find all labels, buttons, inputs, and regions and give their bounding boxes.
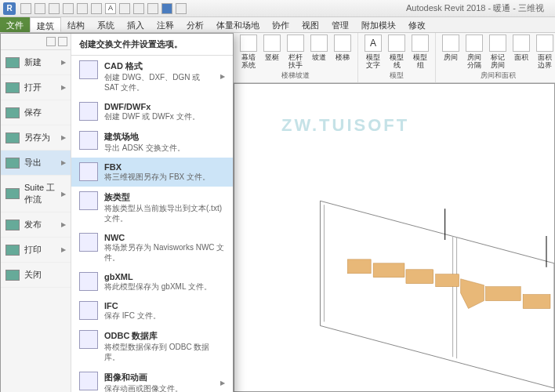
export-item-gbXML[interactable]: gbXML将此模型保存为 gbXML 文件。 (71, 267, 233, 296)
tab-systems[interactable]: 系统 (91, 17, 121, 32)
qat-measure-icon[interactable] (91, 3, 102, 14)
tab-file[interactable]: 文件 (0, 17, 30, 32)
tab-analyze[interactable]: 分析 (180, 17, 210, 32)
export-item-desc: 将此模型保存为 gbXML 文件。 (104, 281, 225, 292)
room-button[interactable]: 房间 (441, 34, 461, 69)
model-group-button[interactable]: 模型组 (410, 34, 430, 69)
qat-3d-icon[interactable] (133, 3, 144, 14)
svg-rect-3 (436, 274, 459, 287)
ramp-button[interactable]: 坡道 (309, 34, 329, 69)
tab-collaborate[interactable]: 协作 (266, 17, 296, 32)
export-format-icon (79, 372, 98, 390)
app-menu-item-保存[interactable]: 保存 (1, 100, 71, 125)
qat-redo-icon[interactable] (63, 3, 74, 14)
model-text-button[interactable]: A模型文字 (363, 34, 383, 69)
ribbon-group-room: 房间 房间分隔 标记房间 面积 面积边界 房间和面积 (436, 33, 555, 82)
export-item-CAD-格式[interactable]: CAD 格式创建 DWG、DXF、DGN 或 SAT 文件。▶ (71, 56, 233, 97)
export-format-icon (79, 191, 98, 210)
menu-item-icon (5, 57, 20, 68)
qat-section-icon[interactable] (119, 3, 130, 14)
chevron-right-icon: ▶ (61, 134, 66, 141)
export-item-title: ODBC 数据库 (104, 330, 225, 342)
menu-item-label: 关闭 (24, 269, 42, 281)
export-panel-header: 创建交换文件并设置选项。 (71, 34, 233, 56)
qat-save-icon[interactable] (34, 3, 45, 14)
export-format-icon (79, 233, 98, 252)
export-item-FBX[interactable]: FBX将三维视图另存为 FBX 文件。 (71, 158, 233, 187)
qat-undo-icon[interactable] (49, 3, 60, 14)
app-menu-left: 新建▶打开▶保存另存为▶导出▶Suite 工作流▶发布▶打印▶关闭 (1, 34, 71, 392)
chevron-right-icon: ▶ (61, 84, 66, 91)
export-item-title: DWF/DWFx (104, 102, 225, 111)
export-format-icon (79, 131, 98, 150)
recent-doc-icon[interactable] (58, 37, 67, 46)
export-item-建筑场地[interactable]: 建筑场地导出 ADSK 交换文件。 (71, 126, 233, 158)
export-item-title: 建筑场地 (104, 131, 225, 143)
svg-rect-1 (373, 263, 404, 278)
export-item-IFC[interactable]: IFC保存 IFC 文件。 (71, 296, 233, 325)
qat-sync-icon[interactable] (147, 3, 158, 14)
app-menu-item-导出[interactable]: 导出▶ (1, 151, 71, 176)
qat-open-icon[interactable] (20, 3, 31, 14)
qat-text-icon[interactable]: A (105, 3, 116, 14)
room-separator-button[interactable]: 房间分隔 (464, 34, 484, 69)
watermark-text: ZW.TUISOFT (281, 115, 409, 136)
app-menu-item-发布[interactable]: 发布▶ (1, 212, 71, 238)
menu-item-icon (5, 188, 20, 199)
qat-dropdown-icon[interactable] (176, 3, 187, 14)
export-format-icon (79, 60, 98, 79)
tab-massing[interactable]: 体量和场地 (210, 17, 266, 32)
qat-print-icon[interactable] (77, 3, 88, 14)
export-item-NWC[interactable]: NWC将场景另存为 Navisworks NWC 文件。 (71, 228, 233, 267)
svg-rect-4 (485, 287, 521, 301)
menu-item-icon (5, 132, 20, 143)
stair-button[interactable]: 楼梯 (332, 34, 353, 69)
railing-button[interactable]: 栏杆扶手 (285, 34, 306, 69)
export-item-desc: 将模型数据保存到 ODBC 数据库。 (104, 342, 225, 362)
mullion-button[interactable]: 竖梃 (262, 34, 282, 69)
app-logo[interactable]: R (3, 2, 16, 15)
app-menu-item-Suite 工作流[interactable]: Suite 工作流▶ (1, 176, 71, 212)
model-line-button[interactable]: 模型线 (386, 34, 407, 69)
3d-viewport[interactable]: ZW.TUISOFT (234, 83, 555, 392)
export-item-title: 图像和动画 (104, 372, 214, 383)
area-boundary-button[interactable]: 面积边界 (535, 34, 555, 69)
export-item-title: CAD 格式 (104, 60, 214, 72)
export-item-DWF-DWFx[interactable]: DWF/DWFx创建 DWF 或 DWFx 文件。 (71, 97, 233, 126)
tag-room-button[interactable]: 标记房间 (488, 34, 508, 69)
tab-annotate[interactable]: 注释 (151, 17, 180, 32)
recent-doc-icon[interactable] (46, 37, 56, 46)
app-menu-item-另存为[interactable]: 另存为▶ (1, 125, 71, 151)
export-item-族类型[interactable]: 族类型将族类型从当前族导出到文本(.txt)文件。 (71, 187, 233, 228)
ribbon-group-model-label: 模型 (390, 71, 404, 81)
tab-manage[interactable]: 管理 (325, 17, 355, 32)
menu-item-label: 导出 (24, 157, 42, 169)
tab-modify[interactable]: 修改 (402, 17, 432, 32)
chevron-right-icon: ▶ (61, 59, 66, 66)
curtain-system-button[interactable]: 幕墙系统 (238, 34, 259, 69)
tab-structure[interactable]: 结构 (61, 17, 91, 32)
export-item-title: FBX (104, 162, 225, 172)
app-menu-item-打开[interactable]: 打开▶ (1, 75, 71, 100)
export-format-icon (79, 301, 98, 320)
chevron-right-icon: ▶ (61, 246, 66, 253)
app-menu-item-打印[interactable]: 打印▶ (1, 238, 71, 263)
area-button[interactable]: 面积 (511, 34, 531, 69)
menu-item-label: 打印 (24, 244, 42, 256)
export-item-desc: 保存 IFC 文件。 (104, 310, 225, 321)
export-item-desc: 将三维视图另存为 FBX 文件。 (104, 172, 225, 182)
app-menu-item-关闭[interactable]: 关闭 (1, 263, 71, 288)
tab-view[interactable]: 视图 (296, 17, 325, 32)
export-item-ODBC-数据库[interactable]: ODBC 数据库将模型数据保存到 ODBC 数据库。 (71, 325, 233, 367)
app-menu-item-新建[interactable]: 新建▶ (1, 50, 71, 75)
chevron-right-icon: ▶ (61, 159, 66, 166)
export-item-图像和动画[interactable]: 图像和动画保存动画或图像文件。▶ (71, 367, 233, 392)
export-item-title: 族类型 (104, 191, 225, 203)
tab-insert[interactable]: 插入 (121, 17, 151, 32)
tab-addins[interactable]: 附加模块 (355, 17, 402, 32)
svg-rect-2 (406, 270, 433, 284)
tab-architecture[interactable]: 建筑 (30, 17, 61, 32)
export-item-desc: 将族类型从当前族导出到文本(.txt)文件。 (104, 203, 225, 223)
qat-switch-icon[interactable] (161, 3, 172, 14)
menu-item-icon (5, 220, 20, 230)
